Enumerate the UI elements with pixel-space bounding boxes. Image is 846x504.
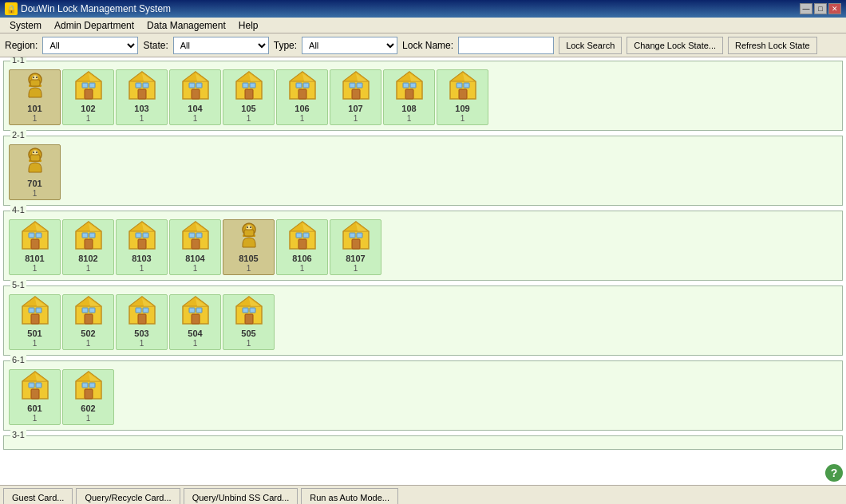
svg-rect-92	[244, 230, 254, 236]
lock-name-label: Lock Name:	[402, 40, 453, 51]
lock-icon-8104	[175, 219, 216, 254]
lock-icon-8102	[68, 219, 109, 254]
lock-icon-8106	[282, 219, 323, 254]
svg-point-3	[33, 77, 34, 78]
lock-item-8106[interactable]: 81061	[276, 219, 328, 275]
svg-rect-115	[89, 308, 95, 313]
lock-item-101[interactable]: 1011	[9, 69, 61, 125]
lock-sub-602: 1	[86, 414, 91, 423]
svg-rect-71	[82, 233, 88, 238]
lock-item-102[interactable]: 1021	[62, 69, 114, 125]
help-circle[interactable]: ?	[825, 464, 843, 482]
lock-number-104: 104	[188, 104, 202, 114]
lock-item-8101[interactable]: 81011	[9, 219, 61, 275]
lock-sub-8105: 1	[247, 264, 251, 273]
svg-rect-131	[245, 314, 253, 324]
lock-number-505: 505	[241, 329, 255, 339]
lock-item-8107[interactable]: 81071	[330, 219, 381, 275]
lock-sub-105: 1	[247, 114, 251, 123]
section-content-5-1: 5011 5021 5031	[9, 294, 837, 350]
lock-number-504: 504	[188, 329, 202, 339]
svg-rect-114	[82, 308, 88, 313]
svg-rect-46	[403, 83, 409, 88]
lock-number-106: 106	[295, 104, 309, 114]
lock-search-button[interactable]: Lock Search	[559, 37, 622, 54]
lock-item-8104[interactable]: 81041	[169, 219, 221, 275]
svg-rect-143	[85, 389, 93, 399]
app-title: DouWin Lock Management System	[21, 3, 800, 14]
state-select[interactable]: All	[173, 37, 269, 54]
svg-rect-33	[298, 89, 306, 99]
lock-item-107[interactable]: 1071	[330, 69, 381, 125]
lock-sub-8101: 1	[33, 264, 38, 273]
lock-sub-505: 1	[247, 339, 251, 348]
lock-item-8102[interactable]: 81021	[62, 219, 114, 275]
lock-item-501[interactable]: 5011	[9, 294, 61, 350]
lock-item-701[interactable]: 7011	[9, 144, 61, 200]
lock-name-input[interactable]	[458, 37, 554, 54]
lock-number-102: 102	[81, 104, 95, 114]
lock-sub-504: 1	[193, 339, 198, 348]
lock-item-105[interactable]: 1051	[223, 69, 275, 125]
section-content-4-1: 81011 81021 81031	[9, 219, 837, 275]
maximize-button[interactable]: □	[814, 3, 827, 14]
lock-item-602[interactable]: 6021	[62, 369, 114, 425]
menu-item-system[interactable]: System	[3, 18, 48, 33]
section-4-1: 4-1 81011 81021	[3, 211, 843, 281]
svg-rect-65	[29, 233, 34, 238]
section-content-6-1: 6011 6021	[9, 369, 837, 425]
svg-rect-144	[82, 383, 88, 388]
lock-sub-8104: 1	[193, 264, 198, 273]
type-select[interactable]: All	[302, 37, 397, 54]
svg-rect-96	[296, 233, 302, 238]
change-lock-state-button[interactable]: Change Lock State...	[627, 37, 723, 54]
app-icon: 🔒	[5, 2, 18, 15]
region-select[interactable]: All	[42, 37, 138, 54]
svg-point-4	[36, 77, 38, 78]
lock-icon-102	[68, 69, 109, 104]
lock-item-108[interactable]: 1081	[383, 69, 435, 125]
lock-sub-701: 1	[33, 189, 38, 198]
lock-sub-103: 1	[140, 114, 144, 123]
svg-rect-102	[350, 233, 355, 238]
svg-rect-82	[192, 239, 200, 249]
state-label: State:	[143, 40, 168, 51]
svg-rect-137	[31, 389, 39, 399]
menu-item-data-management[interactable]: Data Management	[140, 18, 232, 33]
svg-rect-39	[352, 89, 360, 99]
lock-item-601[interactable]: 6011	[9, 369, 61, 425]
refresh-lock-state-button[interactable]: Refresh Lock State	[728, 37, 817, 54]
lock-item-504[interactable]: 5041	[169, 294, 221, 350]
bottom-btn-0[interactable]: Guest Card...	[3, 488, 73, 505]
lock-item-103[interactable]: 1031	[116, 69, 168, 125]
lock-icon-505	[228, 293, 270, 329]
lock-item-503[interactable]: 5031	[116, 294, 168, 350]
lock-item-106[interactable]: 1061	[276, 69, 328, 125]
section-title-1-1: 1-1	[10, 57, 26, 65]
lock-number-502: 502	[81, 329, 95, 339]
section-content-2-1: 7011	[9, 144, 837, 200]
lock-icon-101	[14, 69, 56, 104]
bottom-btn-3[interactable]: Run as Auto Mode...	[301, 488, 398, 505]
bottom-btn-2[interactable]: Query/Unbind SS Card...	[184, 488, 298, 505]
svg-point-58	[33, 152, 34, 153]
minimize-button[interactable]: —	[800, 3, 812, 14]
lock-sub-8106: 1	[300, 264, 305, 273]
lock-icon-503	[121, 293, 163, 329]
bottom-btn-1[interactable]: Query/Recycle Card...	[76, 488, 180, 505]
lock-item-502[interactable]: 5021	[62, 294, 114, 350]
svg-rect-84	[196, 233, 202, 238]
section-title-2-1: 2-1	[10, 130, 26, 140]
section-1-1: 1-1 1011 1021	[3, 61, 843, 131]
lock-item-505[interactable]: 5051	[223, 294, 275, 350]
lock-item-104[interactable]: 1041	[169, 69, 221, 125]
section-title-6-1: 6-1	[10, 355, 26, 364]
close-button[interactable]: ✕	[828, 3, 841, 14]
menu-item-admin-department[interactable]: Admin Department	[48, 18, 140, 33]
lock-item-109[interactable]: 1091	[437, 69, 488, 125]
lock-item-8105[interactable]: 81051	[223, 219, 275, 275]
lock-item-8103[interactable]: 81031	[116, 219, 168, 275]
menu-item-help[interactable]: Help	[232, 18, 265, 33]
section-title-5-1: 5-1	[10, 280, 26, 289]
lock-number-109: 109	[455, 104, 469, 114]
